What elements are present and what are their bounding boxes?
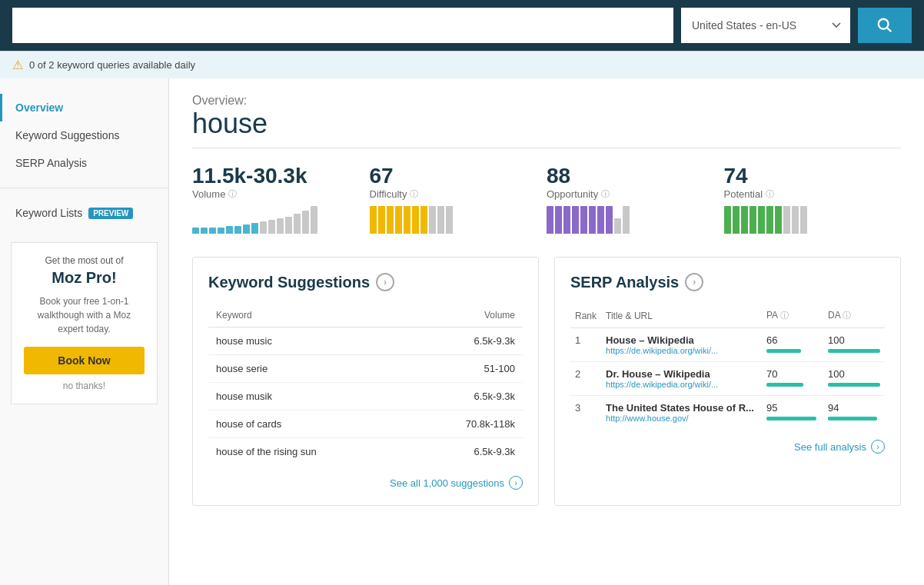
serp-title-url: The United States House of R... http://w… [601, 396, 762, 430]
see-all-arrow-icon: › [509, 476, 523, 490]
sidebar-item-keyword-suggestions[interactable]: Keyword Suggestions [0, 121, 168, 149]
vol-bar [302, 211, 309, 234]
serp-da: 100 [823, 362, 885, 396]
keyword-lists-row[interactable]: Keyword Lists PREVIEW [0, 199, 168, 227]
vol-bar [277, 218, 284, 234]
opportunity-info-icon[interactable]: ⓘ [601, 188, 610, 200]
preview-badge: PREVIEW [88, 208, 133, 219]
serp-col-da: DA ⓘ [823, 304, 885, 328]
overview-divider [192, 148, 901, 148]
kw-volume: 70.8k-118k [410, 410, 523, 438]
serp-analysis-table: Rank Title & URL PA ⓘ DA ⓘ 1 [570, 304, 885, 429]
alert-text: 0 of 2 keyword queries available daily [29, 59, 195, 71]
metric-difficulty: 67 Difficulty ⓘ [370, 164, 547, 234]
serp-rank: 1 [570, 328, 601, 362]
serp-col-rank: Rank [570, 304, 601, 328]
serp-title-url: House – Wikipedia https://de.wikipedia.o… [601, 328, 762, 362]
metric-potential-value: 74 [724, 164, 886, 188]
serp-col-pa: PA ⓘ [762, 304, 823, 328]
potential-bar-chart [724, 206, 886, 234]
promo-desc: Book your free 1-on-1 walkthough with a … [24, 294, 145, 336]
no-thanks-link[interactable]: no thanks! [24, 381, 145, 391]
difficulty-bar-chart [370, 206, 532, 234]
metric-potential: 74 Potential ⓘ [724, 164, 902, 234]
search-input[interactable]: house [12, 8, 673, 43]
vol-bar [192, 228, 199, 234]
serp-da: 100 [823, 328, 885, 362]
keyword-suggestions-nav-icon[interactable]: › [376, 273, 394, 291]
kw-keyword: house of the rising sun [208, 438, 410, 466]
keyword-suggestions-card: Keyword Suggestions › Keyword Volume hou… [192, 257, 539, 506]
book-now-button[interactable]: Book Now [24, 347, 145, 374]
see-full-analysis[interactable]: See full analysis › [570, 440, 885, 454]
promo-sub: Get the most out of [24, 255, 145, 266]
volume-info-icon[interactable]: ⓘ [228, 188, 237, 200]
see-full-arrow-icon: › [871, 440, 885, 454]
kw-volume: 6.5k-9.3k [410, 383, 523, 410]
vol-bar [209, 228, 216, 234]
alert-bar: ⚠ 0 of 2 keyword queries available daily [0, 51, 924, 78]
serp-rank: 2 [570, 362, 601, 396]
kw-keyword: house musik [208, 383, 410, 410]
vol-bar [234, 226, 241, 234]
vol-bar [268, 220, 275, 234]
keyword-suggestion-row[interactable]: house musik 6.5k-9.3k [208, 383, 523, 410]
metric-difficulty-value: 67 [370, 164, 532, 188]
keyword-suggestion-row[interactable]: house music 6.5k-9.3k [208, 327, 523, 355]
col-keyword: Keyword [208, 304, 410, 327]
search-icon [876, 17, 893, 34]
see-all-suggestions[interactable]: See all 1,000 suggestions › [208, 476, 523, 490]
metric-difficulty-label: Difficulty ⓘ [370, 188, 532, 200]
svg-line-1 [887, 28, 891, 32]
vol-bar [218, 228, 224, 234]
promo-title: Moz Pro! [24, 269, 145, 287]
vol-bar [294, 214, 301, 234]
vol-bar [226, 226, 233, 234]
serp-analysis-nav-icon[interactable]: › [685, 273, 703, 291]
keyword-suggestions-title: Keyword Suggestions › [208, 273, 523, 291]
header: house United States - en-US United Kingd… [0, 0, 924, 51]
sidebar-nav: Overview Keyword Suggestions SERP Analys… [0, 94, 168, 177]
metric-volume: 11.5k-30.3k Volume ⓘ [192, 164, 370, 234]
serp-analysis-title: SERP Analysis › [570, 273, 885, 291]
sidebar-item-serp-analysis[interactable]: SERP Analysis [0, 149, 168, 177]
metric-volume-label: Volume ⓘ [192, 188, 354, 200]
keyword-suggestion-row[interactable]: house of cards 70.8k-118k [208, 410, 523, 438]
metric-opportunity: 88 Opportunity ⓘ [547, 164, 724, 234]
serp-rank: 3 [570, 396, 601, 430]
keyword-suggestion-row[interactable]: house of the rising sun 6.5k-9.3k [208, 438, 523, 466]
serp-row[interactable]: 2 Dr. House – Wikipedia https://de.wikip… [570, 362, 885, 396]
vol-bar [311, 206, 317, 234]
vol-bar [251, 223, 258, 234]
kw-volume: 51-100 [410, 355, 523, 383]
serp-row[interactable]: 3 The United States House of R... http:/… [570, 396, 885, 430]
potential-info-icon[interactable]: ⓘ [766, 188, 774, 200]
kw-volume: 6.5k-9.3k [410, 327, 523, 355]
search-button[interactable] [858, 8, 912, 43]
difficulty-info-icon[interactable]: ⓘ [410, 188, 418, 200]
overview-keyword: house [192, 108, 901, 140]
sidebar-item-overview[interactable]: Overview [0, 94, 168, 121]
volume-bar-chart [192, 206, 354, 234]
country-select[interactable]: United States - en-US United Kingdom - e… [681, 8, 850, 43]
metric-volume-value: 11.5k-30.3k [192, 164, 354, 188]
vol-bar [260, 221, 267, 234]
main-content: Overview: house 11.5k-30.3k Volume ⓘ [169, 78, 924, 585]
metric-opportunity-value: 88 [547, 164, 709, 188]
overview-label: Overview: [192, 94, 901, 108]
kw-volume: 6.5k-9.3k [410, 438, 523, 466]
vol-bar [285, 217, 292, 234]
sidebar: Overview Keyword Suggestions SERP Analys… [0, 78, 169, 585]
promo-box: Get the most out of Moz Pro! Book your f… [11, 242, 158, 404]
serp-col-title: Title & URL [601, 304, 762, 328]
sidebar-divider [0, 188, 168, 188]
metric-opportunity-label: Opportunity ⓘ [547, 188, 709, 200]
svg-point-0 [879, 19, 889, 29]
vol-bar [243, 224, 250, 234]
kw-keyword: house of cards [208, 410, 410, 438]
serp-title-url: Dr. House – Wikipedia https://de.wikiped… [601, 362, 762, 396]
layout: Overview Keyword Suggestions SERP Analys… [0, 78, 924, 585]
metric-potential-label: Potential ⓘ [724, 188, 886, 200]
serp-row[interactable]: 1 House – Wikipedia https://de.wikipedia… [570, 328, 885, 362]
keyword-suggestion-row[interactable]: house serie 51-100 [208, 355, 523, 383]
